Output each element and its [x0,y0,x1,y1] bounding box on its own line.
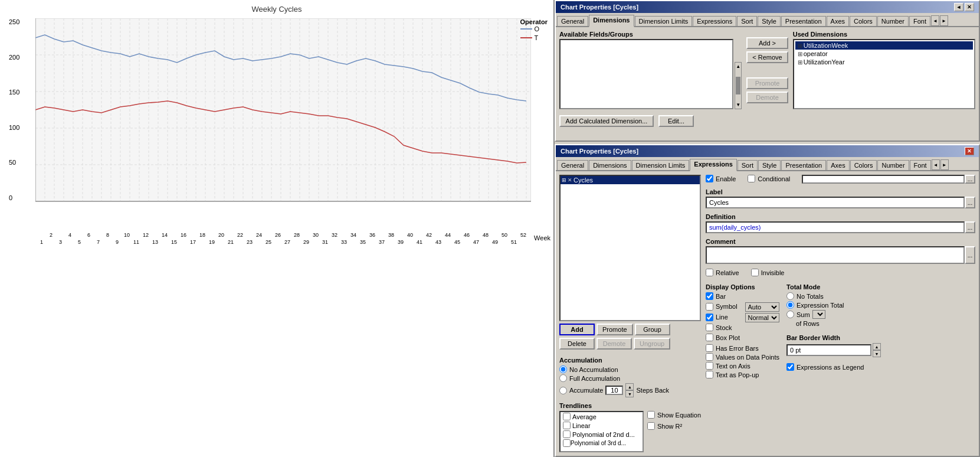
add-expression-btn[interactable]: Add [559,324,595,335]
tab-presentation-bottom[interactable]: Presentation [781,160,826,170]
tab-style-top[interactable]: Style [758,16,780,26]
no-accumulation-radio[interactable] [559,365,567,373]
used-dimensions-list[interactable]: ⊞ UtilizationWeek ⊞ operator ⊞ Utilizati… [793,39,975,109]
values-on-data-checkbox[interactable] [706,353,713,361]
delete-expression-btn[interactable]: Delete [559,338,595,350]
stock-checkbox[interactable] [706,324,713,331]
tab-general-bottom[interactable]: General [557,160,588,170]
label-input[interactable]: Cycles [706,197,965,208]
tab-colors-bottom[interactable]: Colors [850,160,877,170]
conditional-ellipsis-btn[interactable]: ... [965,175,975,184]
definition-ellipsis-btn[interactable]: ... [965,221,975,233]
tab-general-top[interactable]: General [557,16,588,26]
steps-spinner-up[interactable]: ▲ [625,383,634,390]
ungroup-expression-btn[interactable]: Ungroup [634,338,670,350]
display-options-section: Display Options Bar Symbol [706,283,779,452]
tab-nav-left-top[interactable]: ◄ [931,15,939,26]
no-totals-row: No Totals [786,292,881,300]
no-totals-radio[interactable] [786,292,794,300]
tab-sort-bottom[interactable]: Sort [738,160,758,170]
add-calculated-btn[interactable]: Add Calculated Dimension... [559,115,654,127]
tab-nav-right-bottom[interactable]: ► [940,159,949,170]
trend-average[interactable]: Average [561,412,643,421]
expr-item-cycles[interactable]: ⊞ ✕ Cycles [561,176,700,184]
tab-number-top[interactable]: Number [877,16,909,26]
sum-radio[interactable] [786,311,794,318]
expressions-as-legend-checkbox[interactable] [786,363,794,371]
trendlines-list[interactable]: Average Linear Polynomial of 2nd d... Po… [559,411,644,452]
comment-input[interactable] [706,246,965,264]
tab-sort-top[interactable]: Sort [737,16,757,26]
tab-dimensions-top[interactable]: Dimensions [589,15,634,27]
box-plot-checkbox[interactable] [706,334,713,341]
enable-checkbox[interactable] [706,175,713,182]
steps-spinner[interactable]: ▲ ▼ [625,383,634,397]
bar-border-spinner[interactable]: ▲ ▼ [873,343,881,357]
error-bars-checkbox[interactable] [706,344,713,352]
available-fields-list[interactable] [559,39,733,109]
tab-font-top[interactable]: Font [909,16,930,26]
demote-dimension-btn[interactable]: Demote [746,92,788,103]
available-scrollbar-up[interactable]: ▲ [736,64,740,69]
sum-row: Sum [786,310,881,319]
tab-colors-top[interactable]: Colors [850,16,877,26]
tab-style-bottom[interactable]: Style [758,160,781,170]
invisible-checkbox[interactable] [751,269,759,276]
dim-item-utilization-year[interactable]: ⊞ UtilizationYear [795,58,973,66]
bottom-panel-close[interactable]: ✕ [965,147,974,155]
sum-select[interactable] [812,310,825,319]
expressions-list-box[interactable]: ⊞ ✕ Cycles [559,175,701,321]
add-dimension-btn[interactable]: Add > [746,37,788,49]
steps-input[interactable] [605,386,623,395]
relative-checkbox[interactable] [706,269,713,276]
conditional-checkbox[interactable] [748,175,755,182]
tab-axes-bottom[interactable]: Axes [827,160,849,170]
tab-dimension-limits-bottom[interactable]: Dimension Limits [632,160,690,170]
tab-dimension-limits-top[interactable]: Dimension Limits [635,16,693,26]
show-r2-check[interactable] [647,422,655,430]
text-on-axis-checkbox[interactable] [706,362,713,370]
label-ellipsis-btn[interactable]: ... [965,197,975,208]
tab-expressions-top[interactable]: Expressions [693,16,736,26]
trend-linear[interactable]: Linear [561,421,643,430]
bar-border-input[interactable]: 0 pt [786,344,871,356]
trend-poly2[interactable]: Polynomial of 2nd d... [561,430,643,439]
symbol-checkbox[interactable] [706,303,713,311]
available-scrollbar-down[interactable]: ▼ [736,102,740,107]
dim-item-operator[interactable]: ⊞ operator [795,50,973,58]
tab-nav-right-top[interactable]: ► [940,15,948,26]
expression-total-radio[interactable] [786,301,794,309]
top-panel-close[interactable]: ✕ [965,3,974,11]
edit-dimension-btn[interactable]: Edit... [658,115,694,127]
accumulate-radio[interactable] [559,387,567,394]
demote-expression-btn[interactable]: Demote [596,338,632,350]
tab-dimensions-bottom[interactable]: Dimensions [589,160,631,170]
steps-spinner-down[interactable]: ▼ [625,390,634,397]
full-accumulation-radio[interactable] [559,374,567,382]
comment-ellipsis-btn[interactable]: ... [965,246,975,264]
tab-font-bottom[interactable]: Font [910,160,931,170]
promote-dimension-btn[interactable]: Promote [746,77,788,89]
trend-poly3-check[interactable] [563,439,571,447]
tab-expressions-bottom[interactable]: Expressions [690,159,736,171]
line-select[interactable]: Normal [745,313,780,322]
text-as-popup-checkbox[interactable] [706,371,713,378]
promote-expression-btn[interactable]: Promote [596,324,633,335]
bar-border-spinner-down[interactable]: ▼ [873,350,881,357]
conditional-input[interactable] [802,175,965,184]
tab-nav-left-bottom[interactable]: ◄ [932,159,940,170]
tab-presentation-top[interactable]: Presentation [781,16,826,26]
line-checkbox[interactable] [706,314,713,321]
available-scrollbar-thumb[interactable] [736,77,740,94]
bar-checkbox[interactable] [706,292,713,300]
remove-dimension-btn[interactable]: < Remove [746,51,788,63]
show-equation-check[interactable] [647,411,655,419]
bar-border-spinner-up[interactable]: ▲ [873,343,881,350]
tab-number-bottom[interactable]: Number [877,160,909,170]
symbol-select[interactable]: Auto [745,302,780,312]
dim-item-utilization-week[interactable]: ⊞ UtilizationWeek [795,41,973,50]
definition-input[interactable]: sum(daily_cycles) [706,221,965,233]
group-expression-btn[interactable]: Group [635,324,670,335]
tab-axes-top[interactable]: Axes [827,16,849,26]
top-panel-arrow-left[interactable]: ◄ [954,3,963,11]
